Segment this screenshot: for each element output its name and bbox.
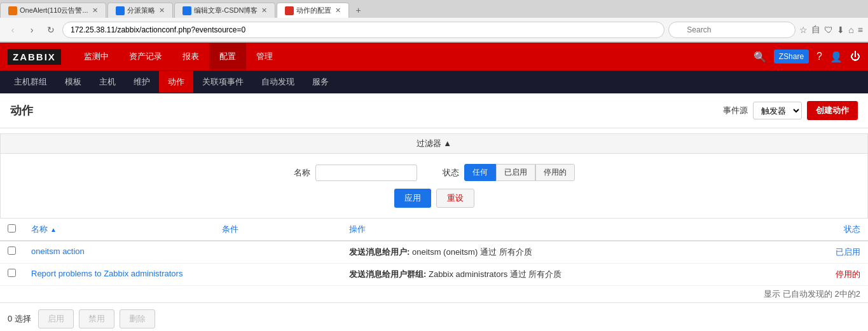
name-col-header[interactable]: 名称 ▲ — [24, 219, 214, 241]
select-all-col — [0, 219, 24, 241]
sub-nav-maintenance[interactable]: 维护 — [125, 71, 159, 93]
tab-favicon-4 — [285, 6, 294, 15]
event-source-select[interactable]: 触发器 — [753, 102, 802, 119]
row1-conditions-cell — [214, 241, 341, 264]
tab-2-close[interactable]: ✕ — [159, 6, 165, 15]
status-button-group: 任何 已启用 停用的 — [464, 164, 575, 181]
operations-col-label: 操作 — [349, 224, 366, 234]
sub-nav-discovery[interactable]: 自动发现 — [252, 71, 303, 93]
tab-4-label: 动作的配置 — [296, 6, 331, 15]
nav-admin[interactable]: 管理 — [246, 43, 283, 70]
row1-name-link[interactable]: oneitsm action — [31, 247, 85, 256]
row2-status[interactable]: 停用的 — [836, 269, 860, 279]
forward-button[interactable]: › — [24, 22, 39, 37]
sub-nav: 主机群组 模板 主机 维护 动作 关联项事件 自动发现 服务 — [0, 71, 868, 93]
tab-2[interactable]: 分派策略 ✕ — [107, 3, 173, 18]
sub-nav-actions[interactable]: 动作 — [159, 71, 193, 93]
selected-count: 0 选择 — [8, 313, 33, 325]
sub-nav-hosts[interactable]: 主机 — [90, 71, 125, 93]
download-icon[interactable]: ⬇ — [837, 25, 844, 35]
filter-name-input[interactable] — [315, 165, 417, 181]
row2-name-link[interactable]: Report problems to Zabbix administrators — [31, 269, 183, 278]
pagination-info: 显示 已自动发现的 2中的2 — [0, 286, 868, 302]
actions-table: 名称 ▲ 条件 操作 状态 — [0, 219, 868, 286]
apply-filter-button[interactable]: 应用 — [394, 189, 431, 208]
row1-op-prefix: 发送消息给用户: — [349, 247, 410, 257]
sub-nav-host-groups[interactable]: 主机群组 — [5, 71, 56, 93]
table-header: 名称 ▲ 条件 操作 状态 — [0, 219, 868, 241]
name-col-label: 名称 — [31, 224, 48, 235]
tab-1-close[interactable]: ✕ — [92, 6, 98, 15]
tab-1[interactable]: OneAlert(110云告警... ✕ — [0, 3, 106, 18]
disable-button[interactable]: 禁用 — [79, 309, 114, 328]
status-disabled-button[interactable]: 停用的 — [535, 164, 575, 181]
url-input[interactable] — [62, 22, 665, 38]
conditions-col-label: 条件 — [222, 224, 238, 234]
table-row: Report problems to Zabbix administrators… — [0, 264, 868, 286]
browser-chrome: OneAlert(110云告警... ✕ 分派策略 ✕ 编辑文章-CSDN博客 … — [0, 0, 868, 43]
reader-icon[interactable]: 自 — [811, 24, 820, 36]
user-icon[interactable]: 👤 — [830, 51, 843, 63]
table-body: oneitsm action 发送消息给用户: oneitsm (oneitsm… — [0, 241, 868, 286]
bookmark-icon[interactable]: ☆ — [799, 25, 808, 35]
status-col-label: 状态 — [844, 224, 860, 234]
bottom-bar: 0 选择 启用 禁用 删除 — [0, 302, 868, 331]
tab-3[interactable]: 编辑文章-CSDN博客 ✕ — [174, 3, 276, 18]
filter-row-1: 名称 状态 任何 已启用 停用的 — [11, 164, 857, 181]
refresh-button[interactable]: ↻ — [43, 22, 59, 37]
select-all-checkbox[interactable] — [8, 224, 16, 233]
page-title: 动作 — [10, 103, 33, 118]
delete-button[interactable]: 删除 — [120, 309, 155, 328]
logout-icon[interactable]: ⏻ — [850, 51, 860, 62]
row1-status[interactable]: 已启用 — [836, 247, 860, 257]
pagination-text: 显示 已自动发现的 2中的2 — [764, 289, 860, 299]
filter-header[interactable]: 过滤器 ▲ — [1, 134, 867, 154]
row2-name-cell: Report problems to Zabbix administrators — [24, 264, 214, 286]
sub-nav-templates[interactable]: 模板 — [56, 71, 90, 93]
row2-checkbox[interactable] — [8, 269, 16, 277]
create-action-button[interactable]: 创建动作 — [807, 101, 858, 120]
search-icon[interactable]: 🔍 — [754, 51, 766, 63]
tab-favicon-1 — [8, 6, 17, 15]
tab-4[interactable]: 动作的配置 ✕ — [277, 3, 349, 18]
status-col-header: 状态 — [792, 219, 868, 241]
tab-2-label: 分派策略 — [127, 6, 155, 15]
status-any-button[interactable]: 任何 — [464, 164, 496, 181]
nav-assets[interactable]: 资产记录 — [119, 43, 172, 70]
row2-conditions-cell — [214, 264, 341, 286]
reset-filter-button[interactable]: 重设 — [436, 189, 474, 208]
tab-3-close[interactable]: ✕ — [261, 6, 267, 15]
row1-name-cell: oneitsm action — [24, 241, 214, 264]
row2-operations-text: 发送消息给用户群组: Zabbix administrators 通过 所有介质 — [349, 269, 561, 279]
menu-icon[interactable]: ≡ — [858, 25, 863, 35]
status-enabled-button[interactable]: 已启用 — [496, 164, 535, 181]
new-tab-button[interactable]: + — [350, 3, 366, 18]
page-header-right: 事件源 触发器 创建动作 — [723, 101, 858, 120]
home-icon[interactable]: ⌂ — [848, 25, 853, 35]
back-button[interactable]: ‹ — [5, 22, 20, 37]
enable-button[interactable]: 启用 — [38, 309, 74, 328]
tab-1-label: OneAlert(110云告警... — [20, 6, 88, 15]
zshare-button[interactable]: ZShare — [774, 50, 809, 64]
nav-reports[interactable]: 报表 — [172, 43, 209, 70]
main-nav: 监测中 资产记录 报表 配置 管理 — [74, 43, 283, 70]
nav-monitor[interactable]: 监测中 — [74, 43, 119, 70]
sub-nav-event-correlation[interactable]: 关联项事件 — [193, 71, 252, 93]
tab-4-close[interactable]: ✕ — [335, 6, 341, 15]
tab-3-label: 编辑文章-CSDN博客 — [194, 6, 258, 15]
sub-nav-services[interactable]: 服务 — [303, 71, 338, 93]
shield-icon[interactable]: 🛡 — [824, 25, 833, 35]
search-input[interactable] — [668, 22, 796, 38]
nav-config[interactable]: 配置 — [209, 43, 246, 70]
row2-checkbox-cell — [0, 264, 24, 286]
row1-checkbox[interactable] — [8, 247, 16, 255]
tab-bar: OneAlert(110云告警... ✕ 分派策略 ✕ 编辑文章-CSDN博客 … — [0, 0, 868, 18]
help-icon[interactable]: ? — [816, 51, 822, 62]
main-content: 动作 事件源 触发器 创建动作 过滤器 ▲ 名称 状态 任何 已启用 — [0, 93, 868, 331]
zabbix-logo: ZABBIX — [8, 49, 61, 65]
filter-name-group: 名称 — [294, 165, 417, 181]
actions-table-container: 名称 ▲ 条件 操作 状态 — [0, 219, 868, 286]
header-right: 🔍 ZShare ? 👤 ⏻ — [754, 50, 860, 64]
row1-operations-text: 发送消息给用户: oneitsm (oneitsm) 通过 所有介质 — [349, 247, 532, 257]
filter-section: 过滤器 ▲ 名称 状态 任何 已启用 停用的 应用 重设 — [0, 133, 868, 219]
